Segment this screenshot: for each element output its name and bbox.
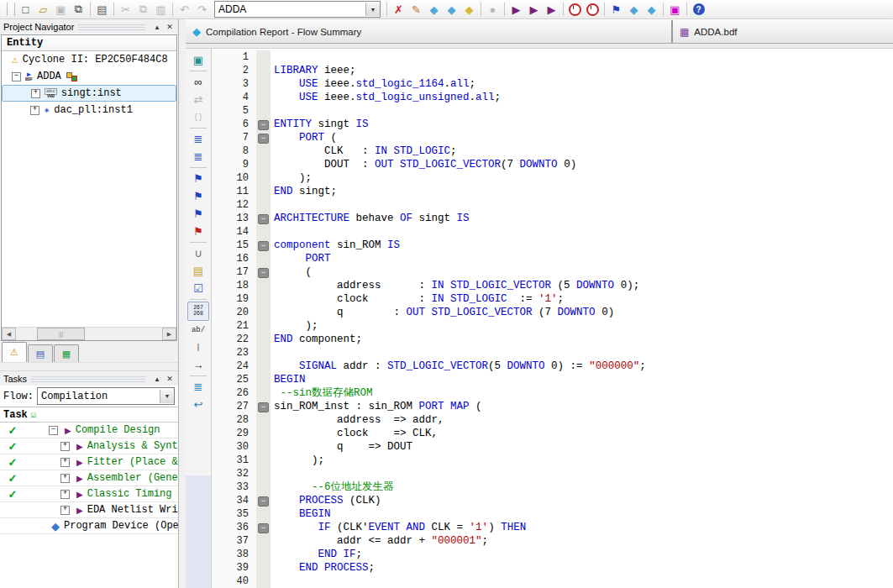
task-column-header[interactable]: Task ☑	[0, 407, 178, 423]
task-row-analysis-synthe[interactable]: ✓+▶Analysis & Synthe	[0, 438, 178, 454]
expander-icon[interactable]: +	[60, 474, 70, 483]
entity-column-header[interactable]: Entity	[2, 35, 176, 51]
increase-indent-icon[interactable]: ≣	[188, 130, 208, 148]
expander-icon[interactable]: +	[60, 490, 70, 499]
fold-collapse-icon[interactable]: −	[258, 120, 269, 130]
panel-grip[interactable]	[31, 376, 145, 382]
scrollbar-thumb[interactable]	[37, 328, 85, 340]
collapse-panel-button[interactable]: ▴	[152, 22, 162, 32]
classic-timing-analyzer-icon[interactable]	[584, 2, 601, 17]
goto-line-icon[interactable]: →	[188, 356, 208, 374]
undo-icon[interactable]: ↶	[176, 2, 193, 17]
analyze-current-file-icon[interactable]: ☑	[188, 280, 208, 297]
chevron-down-icon[interactable]: ▼	[365, 3, 380, 16]
paste-icon[interactable]: ▥	[152, 2, 170, 17]
fold-collapse-icon[interactable]: −	[258, 214, 269, 224]
dock-splitter[interactable]	[179, 19, 186, 588]
decrease-indent-icon[interactable]: ≣	[188, 148, 208, 165]
replace-tabs-icon[interactable]: ↩	[188, 396, 208, 413]
tab-hierarchy[interactable]: ⚠	[2, 342, 27, 362]
collapse-panel-button[interactable]: ▴	[152, 374, 162, 384]
find-replace-icon[interactable]: ⇄	[188, 91, 208, 108]
expander-icon[interactable]: −	[12, 72, 21, 81]
start-compilation-icon[interactable]: ▶	[507, 2, 525, 17]
panel-splitter[interactable]	[0, 362, 178, 371]
insert-template-icon[interactable]: {}	[188, 108, 208, 126]
expander-icon[interactable]: +	[60, 458, 70, 467]
settings-icon[interactable]: ◆	[425, 2, 443, 17]
simulator-waveform-icon[interactable]: ⚑	[607, 2, 625, 17]
task-row-classic-timing-an[interactable]: ✓+▶Classic Timing An	[0, 486, 178, 502]
syntax-coloring-icon[interactable]: ab/	[188, 321, 208, 339]
tree-item-dac-pll-inst1[interactable]: +✶dac_pll:inst1	[2, 102, 176, 118]
compilation-report-window-title[interactable]: ◆ Compilation Report - Flow Summary	[186, 20, 673, 43]
close-panel-button[interactable]: ✕	[165, 22, 175, 32]
save-all-icon[interactable]: ⧉	[70, 2, 87, 17]
assignment-editor-icon[interactable]: ✎	[407, 2, 425, 17]
play-icon: ▶	[76, 490, 83, 499]
copy-icon[interactable]: ⧉	[134, 2, 152, 17]
fold-collapse-icon[interactable]: −	[258, 402, 269, 412]
tree-item-singt-inst[interactable]: +abcVHDsingt:inst	[2, 85, 176, 102]
programmer-icon[interactable]: ▣	[666, 2, 684, 17]
fold-collapse-icon[interactable]: −	[258, 268, 269, 278]
task-row-program-device-open[interactable]: ◆Program Device (Open	[0, 518, 178, 534]
close-panel-button[interactable]: ✕	[165, 374, 175, 384]
customize-editor-icon[interactable]: ▣	[188, 51, 208, 69]
fold-collapse-icon[interactable]: −	[258, 134, 269, 144]
next-bookmark-icon[interactable]: ⚑	[188, 187, 208, 205]
new-file-icon[interactable]: □	[17, 2, 34, 17]
fold-collapse-icon[interactable]: −	[258, 496, 269, 507]
print-icon[interactable]: ▤	[93, 2, 111, 17]
align-text-icon[interactable]: ≣	[188, 378, 208, 396]
cut-icon[interactable]: ✂	[117, 2, 134, 17]
project-selector[interactable]: ADDA ▼	[214, 1, 381, 18]
pin-planner-icon[interactable]: ◆	[443, 2, 460, 17]
start-timing-analysis-icon[interactable]: ▶	[543, 2, 560, 17]
find-icon[interactable]: ∞	[188, 73, 208, 91]
open-file-icon[interactable]: ▱	[34, 2, 52, 17]
stop-processing-icon[interactable]: ●	[484, 2, 502, 17]
tree-item-adda[interactable]: −▶BDFADDA	[2, 68, 176, 85]
scroll-left-button[interactable]: ◀	[2, 328, 16, 340]
panel-grip[interactable]	[78, 24, 145, 30]
expander-icon[interactable]: +	[60, 442, 70, 451]
fold-collapse-icon[interactable]: −	[258, 523, 269, 533]
redo-icon[interactable]: ↷	[193, 2, 211, 17]
scroll-right-button[interactable]: ▶	[162, 328, 176, 340]
tab-files[interactable]: ▤	[28, 344, 53, 362]
horizontal-scrollbar[interactable]: ◀ ▶	[2, 327, 176, 340]
vhdl-code-editor[interactable]: 12LIBRARY ieee;3 USE ieee.std_logic_1164…	[212, 49, 893, 588]
insert-file-icon[interactable]: ▤	[188, 262, 208, 280]
start-analysis-synthesis-icon[interactable]: ▶	[525, 2, 543, 17]
show-line-numbers-icon[interactable]: 267268	[187, 302, 209, 321]
toggle-bookmark-icon[interactable]: ⚑	[188, 170, 208, 187]
timequest-timing-analyzer-icon[interactable]	[566, 2, 584, 17]
save-icon[interactable]: ▣	[52, 2, 70, 17]
expander-icon[interactable]: +	[60, 506, 70, 515]
clear-bookmarks-icon[interactable]: ⚑	[188, 223, 208, 240]
task-row-fitter-place-r[interactable]: ✓+▶Fitter (Place & R	[0, 454, 178, 470]
assignments-icon[interactable]: ◆	[460, 2, 478, 17]
tree-item-cyclone-ii-ep2c50f484c8[interactable]: ⚠Cyclone II: EP2C50F484C8	[2, 51, 176, 68]
attach-file-icon[interactable]: ∪	[188, 244, 208, 262]
flow-selector[interactable]: Compilation ▼	[37, 387, 175, 405]
delete-icon[interactable]: ✗	[390, 2, 407, 17]
show-cursor-guide-icon[interactable]: |	[188, 339, 208, 356]
help-icon[interactable]: ?	[690, 2, 707, 17]
expander-icon[interactable]: +	[31, 89, 40, 98]
bdf-window-title[interactable]: ▦ ADDA.bdf	[673, 20, 893, 43]
task-row-eda-netlist-write[interactable]: +▶EDA Netlist Write	[0, 502, 178, 518]
toolbar-grip[interactable]	[3, 3, 8, 16]
toolbar-grip[interactable]	[11, 3, 15, 16]
expander-icon[interactable]: +	[30, 106, 39, 115]
task-row-assembler-genera[interactable]: ✓+▶Assembler (Genera	[0, 470, 178, 486]
fold-collapse-icon[interactable]: −	[258, 241, 269, 251]
previous-bookmark-icon[interactable]: ⚑	[188, 205, 208, 223]
rtl-viewer-icon[interactable]: ◆	[643, 2, 660, 17]
chevron-down-icon[interactable]: ▼	[160, 390, 174, 403]
expander-icon[interactable]: −	[49, 426, 58, 435]
netlist-viewer-icon[interactable]: ◆	[625, 2, 643, 17]
tab-design-units[interactable]: ▦	[54, 344, 79, 362]
task-row-compile-design[interactable]: ✓−▶Compile Design	[0, 423, 178, 438]
